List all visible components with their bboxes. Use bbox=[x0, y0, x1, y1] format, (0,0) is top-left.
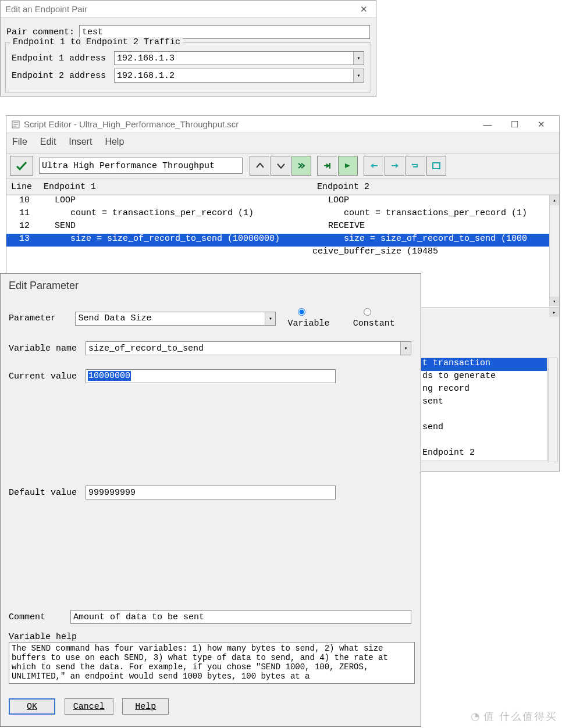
loop-icon[interactable] bbox=[406, 156, 425, 176]
watermark: ◔ 值 什么值得买 bbox=[471, 709, 557, 723]
vertical-scrollbar[interactable]: ▴ ▾ bbox=[549, 195, 559, 306]
menu-help[interactable]: Help bbox=[105, 137, 124, 147]
default-value-input[interactable] bbox=[86, 486, 336, 499]
svg-marker-12 bbox=[411, 163, 413, 166]
close-icon[interactable]: ✕ bbox=[356, 1, 371, 18]
step-over-icon[interactable] bbox=[338, 156, 358, 176]
run-icon[interactable] bbox=[291, 156, 311, 176]
menubar: File Edit Insert Help bbox=[6, 133, 559, 153]
help-item[interactable] bbox=[420, 409, 547, 422]
help-item[interactable]: t transaction bbox=[420, 358, 547, 371]
watermark-icon: ◔ bbox=[471, 710, 481, 723]
svg-marker-7 bbox=[345, 163, 350, 168]
endpoint1-input[interactable] bbox=[114, 51, 364, 65]
scroll-right-icon[interactable]: ▸ bbox=[549, 308, 559, 317]
close-icon[interactable]: ✕ bbox=[528, 116, 554, 133]
step-group bbox=[317, 156, 359, 176]
script-row[interactable]: 13 size = size_of_record_to_send (100000… bbox=[6, 234, 559, 247]
cancel-button[interactable]: Cancel bbox=[65, 698, 113, 715]
script-row[interactable]: ceive_buffer_size (10485 bbox=[6, 247, 559, 259]
endpoint1-code: LOOP bbox=[39, 195, 312, 208]
parameter-input[interactable] bbox=[75, 312, 276, 326]
chevron-down-icon[interactable]: ▾ bbox=[265, 312, 275, 325]
variable-radio-label[interactable]: Variable bbox=[287, 308, 347, 329]
scroll-up-icon[interactable]: ▴ bbox=[550, 195, 559, 205]
endpoint2-code: LOOP bbox=[312, 195, 559, 208]
toolbar bbox=[6, 153, 559, 179]
help-item[interactable]: Endpoint 2 bbox=[420, 448, 547, 461]
chevron-down-icon[interactable]: ▾ bbox=[353, 69, 364, 82]
current-value-label: Current value bbox=[9, 372, 86, 381]
script-row[interactable]: 11 count = transactions_per_record (1) c… bbox=[6, 208, 559, 221]
swap-left-icon[interactable] bbox=[364, 156, 383, 176]
menu-edit[interactable]: Edit bbox=[40, 137, 56, 147]
variable-help-label: Variable help bbox=[9, 632, 412, 642]
constant-radio[interactable] bbox=[364, 308, 371, 316]
menu-file[interactable]: File bbox=[12, 137, 27, 147]
titlebar: Edit an Endpoint Pair ✕ bbox=[1, 1, 376, 18]
apply-button[interactable] bbox=[10, 156, 33, 176]
maximize-icon[interactable]: ☐ bbox=[501, 116, 528, 133]
window-title: Edit an Endpoint Pair bbox=[5, 4, 87, 14]
variable-help-textarea[interactable]: The SEND command has four variables: 1) … bbox=[9, 642, 415, 684]
up-icon[interactable] bbox=[250, 156, 269, 176]
help-button[interactable]: Help bbox=[122, 698, 169, 715]
help-scrollbar[interactable] bbox=[548, 358, 558, 462]
scroll-down-icon[interactable]: ▾ bbox=[550, 297, 559, 306]
variable-radio[interactable] bbox=[298, 308, 305, 316]
help-item[interactable]: send bbox=[420, 422, 547, 435]
titlebar: Script Editor - Ultra_High_Performance_T… bbox=[6, 116, 559, 133]
variable-name-input[interactable] bbox=[86, 341, 411, 355]
ok-button[interactable]: OK bbox=[9, 698, 55, 715]
help-item[interactable] bbox=[420, 435, 547, 448]
col-endpoint1: Endpoint 1 bbox=[44, 182, 317, 192]
script-row[interactable] bbox=[6, 259, 559, 272]
line-number: 10 bbox=[6, 195, 39, 208]
minimize-icon[interactable]: — bbox=[474, 116, 501, 133]
parameter-label: Parameter bbox=[9, 313, 75, 323]
line-number bbox=[6, 259, 39, 272]
script-row[interactable]: 12 SEND RECEIVE bbox=[6, 221, 559, 234]
line-number: 13 bbox=[6, 234, 39, 247]
default-value-label: Default value bbox=[9, 488, 86, 498]
help-list[interactable]: t transactionds to generateng recordsent… bbox=[419, 358, 547, 461]
endpoint2-code bbox=[312, 259, 559, 272]
chevron-down-icon[interactable]: ▾ bbox=[400, 342, 411, 355]
endpoint2-combo[interactable]: ▾ bbox=[114, 69, 364, 83]
chevron-down-icon[interactable]: ▾ bbox=[353, 52, 364, 65]
endpoint1-code bbox=[39, 259, 312, 272]
variable-name-label: Variable name bbox=[9, 344, 86, 354]
current-value-text: 10000000 bbox=[88, 371, 131, 381]
svg-marker-11 bbox=[396, 163, 399, 168]
step-in-icon[interactable] bbox=[317, 156, 337, 176]
line-number: 12 bbox=[6, 221, 39, 234]
endpoint1-code: size = size_of_record_to_send (10000000) bbox=[39, 234, 312, 247]
endpoint1-code: count = transactions_per_record (1) bbox=[39, 208, 312, 221]
edit-parameter-panel: Edit Parameter Parameter ▾ Variable Cons… bbox=[0, 273, 421, 727]
menu-insert[interactable]: Insert bbox=[69, 137, 92, 147]
script-row[interactable]: 10 LOOP LOOP bbox=[6, 195, 559, 208]
comment-label: Comment bbox=[9, 612, 70, 622]
endpoint2-input[interactable] bbox=[114, 69, 364, 83]
constant-radio-label[interactable]: Constant bbox=[353, 308, 412, 329]
swap-right-icon[interactable] bbox=[385, 156, 404, 176]
column-headers: Line Endpoint 1 Endpoint 2 bbox=[6, 179, 559, 195]
pair-comment-label: Pair comment: bbox=[6, 27, 74, 37]
window-title: Script Editor - Ultra_High_Performance_T… bbox=[24, 119, 239, 129]
parameter-combo[interactable]: ▾ bbox=[75, 312, 276, 326]
comment-input[interactable] bbox=[70, 610, 411, 624]
help-item[interactable]: ng record bbox=[420, 384, 547, 397]
script-name-input[interactable] bbox=[39, 158, 243, 174]
endpoint2-label: Endpoint 2 address bbox=[12, 71, 109, 81]
endpoint1-combo[interactable]: ▾ bbox=[114, 51, 364, 65]
app-icon bbox=[11, 120, 20, 129]
help-item[interactable]: ds to generate bbox=[420, 371, 547, 384]
panel-title: Edit Parameter bbox=[9, 280, 412, 292]
svg-marker-8 bbox=[371, 163, 374, 168]
down-icon[interactable] bbox=[271, 156, 290, 176]
help-item[interactable]: sent bbox=[420, 397, 547, 409]
endpoint2-code: ceive_buffer_size (10485 bbox=[312, 247, 559, 259]
rect-icon[interactable] bbox=[426, 156, 446, 176]
nav-group bbox=[250, 156, 312, 176]
variable-name-combo[interactable]: ▾ bbox=[86, 341, 411, 355]
